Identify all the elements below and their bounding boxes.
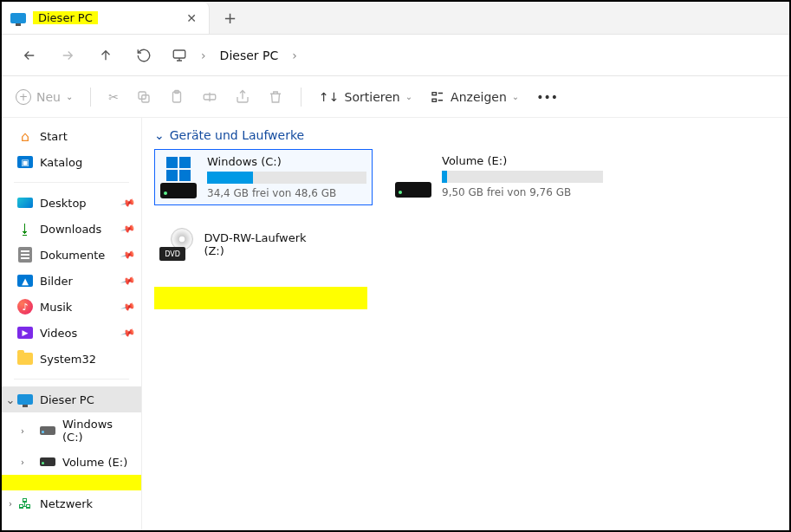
sidebar-item-dokumente[interactable]: Dokumente 📌 — [2, 242, 141, 268]
up-button[interactable] — [95, 45, 116, 66]
monitor-icon — [172, 48, 187, 63]
chevron-right-icon[interactable]: › — [5, 499, 16, 509]
breadcrumb-location[interactable]: Dieser PC — [220, 49, 279, 62]
highlight-redaction — [154, 287, 367, 309]
sidebar-item-bilder[interactable]: ▲ Bilder 📌 — [2, 268, 141, 294]
storage-text: 9,50 GB frei von 9,76 GB — [442, 186, 603, 198]
section-devices-drives[interactable]: ⌄ Geräte und Laufwerke — [154, 128, 777, 142]
folder-icon — [17, 351, 33, 367]
sidebar-item-label: Desktop — [40, 197, 87, 210]
dvd-icon: DVD — [159, 228, 193, 261]
rename-icon — [202, 89, 217, 105]
share-icon — [235, 89, 250, 105]
sidebar-item-katalog[interactable]: ▣ Katalog — [2, 149, 141, 175]
drive-windows-c[interactable]: Windows (C:) 34,4 GB frei von 48,6 GB — [154, 149, 373, 205]
storage-bar — [442, 171, 603, 183]
pin-icon: 📌 — [120, 273, 137, 289]
pin-icon: 📌 — [120, 299, 137, 315]
chevron-right-icon: › — [201, 49, 206, 62]
drive-label: DVD-RW-Laufwerk (Z:) — [204, 231, 322, 257]
sort-button[interactable]: ↑↓ Sortieren ⌄ — [319, 90, 412, 104]
sidebar-item-label: Volume (E:) — [62, 456, 127, 469]
gallery-icon: ▣ — [17, 154, 33, 170]
sidebar-item-label: System32 — [40, 353, 96, 366]
sidebar-item-drive-c[interactable]: › Windows (C:) — [2, 412, 141, 449]
svg-rect-0 — [173, 50, 185, 58]
music-icon: ♪ — [17, 299, 33, 315]
sidebar-item-label: Windows (C:) — [62, 418, 134, 444]
sidebar-item-label: Videos — [40, 327, 77, 340]
separator — [14, 182, 129, 183]
home-icon: ⌂ — [17, 128, 33, 144]
sidebar-item-label: Start — [40, 130, 68, 143]
toolbar: + Neu ⌄ ✂ ↑↓ Sortieren ⌄ Anzeigen ⌄ ••• — [2, 76, 789, 118]
pin-icon: 📌 — [120, 325, 137, 341]
monitor-icon — [17, 392, 33, 407]
sidebar-item-label: Netzwerk — [40, 497, 93, 510]
share-button[interactable] — [235, 89, 250, 105]
chevron-down-icon[interactable]: ⌄ — [5, 393, 16, 406]
view-label: Anzeigen — [451, 90, 507, 104]
storage-text: 34,4 GB frei von 48,6 GB — [207, 187, 366, 199]
tab-bar: Dieser PC ✕ + — [2, 2, 789, 35]
pin-icon: 📌 — [120, 221, 137, 237]
more-button[interactable]: ••• — [536, 90, 558, 104]
desktop-icon — [17, 195, 33, 211]
image-icon: ▲ — [17, 273, 33, 289]
back-button[interactable] — [19, 45, 40, 66]
main-content: ⌄ Geräte und Laufwerke Windows (C:) 34,4… — [142, 118, 789, 530]
chevron-right-icon[interactable]: › — [17, 426, 28, 436]
more-icon: ••• — [536, 90, 558, 104]
pin-icon: 📌 — [120, 247, 137, 263]
chevron-down-icon: ⌄ — [154, 128, 165, 142]
close-icon[interactable]: ✕ — [186, 11, 197, 25]
storage-bar — [207, 172, 366, 184]
sidebar-item-desktop[interactable]: Desktop 📌 — [2, 190, 141, 216]
paste-button[interactable] — [169, 89, 185, 105]
sidebar-item-label: Katalog — [40, 156, 82, 169]
breadcrumb[interactable]: › Dieser PC › — [172, 48, 297, 63]
cut-icon: ✂ — [108, 90, 119, 104]
new-label: Neu — [36, 90, 61, 104]
sort-label: Sortieren — [345, 90, 400, 104]
sidebar: ⌂ Start ▣ Katalog Desktop 📌 ⭳ Downloads … — [2, 118, 142, 530]
drive-icon — [40, 423, 55, 438]
rename-button[interactable] — [202, 89, 217, 105]
copy-button[interactable] — [136, 89, 152, 105]
chevron-down-icon: ⌄ — [405, 92, 412, 101]
cut-button[interactable]: ✂ — [108, 90, 119, 104]
drive-icon — [395, 154, 431, 200]
sidebar-item-downloads[interactable]: ⭳ Downloads 📌 — [2, 216, 141, 242]
sidebar-item-label: Musik — [40, 301, 72, 314]
view-button[interactable]: Anzeigen ⌄ — [430, 89, 519, 105]
svg-rect-7 — [432, 99, 437, 101]
sidebar-item-drive-e[interactable]: › Volume (E:) — [2, 449, 141, 475]
drive-dvd-z[interactable]: DVD DVD-RW-Laufwerk (Z:) — [154, 223, 327, 266]
network-icon: 🖧 — [17, 496, 33, 511]
sidebar-item-this-pc[interactable]: ⌄ Dieser PC — [2, 386, 141, 412]
download-icon: ⭳ — [17, 221, 33, 237]
sidebar-item-label: Bilder — [40, 275, 73, 288]
chevron-down-icon: ⌄ — [66, 92, 73, 101]
chevron-down-icon: ⌄ — [512, 92, 519, 101]
sidebar-item-videos[interactable]: ▶ Videos 📌 — [2, 320, 141, 346]
trash-icon — [268, 89, 283, 105]
forward-button[interactable] — [57, 45, 78, 66]
dvd-badge: DVD — [159, 247, 185, 261]
drive-volume-e[interactable]: Volume (E:) 9,50 GB frei von 9,76 GB — [390, 149, 608, 205]
chevron-right-icon[interactable]: › — [17, 457, 28, 467]
tab-title: Dieser PC — [33, 11, 98, 24]
sidebar-item-start[interactable]: ⌂ Start — [2, 123, 141, 149]
refresh-button[interactable] — [133, 45, 154, 66]
new-tab-button[interactable]: + — [210, 9, 250, 27]
tab-this-pc[interactable]: Dieser PC ✕ — [2, 2, 210, 34]
sidebar-item-system32[interactable]: System32 — [2, 346, 141, 372]
sidebar-item-network[interactable]: › 🖧 Netzwerk — [2, 490, 141, 516]
pin-icon: 📌 — [120, 195, 137, 211]
new-button[interactable]: + Neu ⌄ — [16, 89, 73, 105]
delete-button[interactable] — [268, 89, 283, 105]
drive-label: Volume (E:) — [442, 154, 603, 167]
drive-label: Windows (C:) — [207, 155, 366, 168]
sidebar-item-musik[interactable]: ♪ Musik 📌 — [2, 294, 141, 320]
separator — [90, 88, 91, 107]
